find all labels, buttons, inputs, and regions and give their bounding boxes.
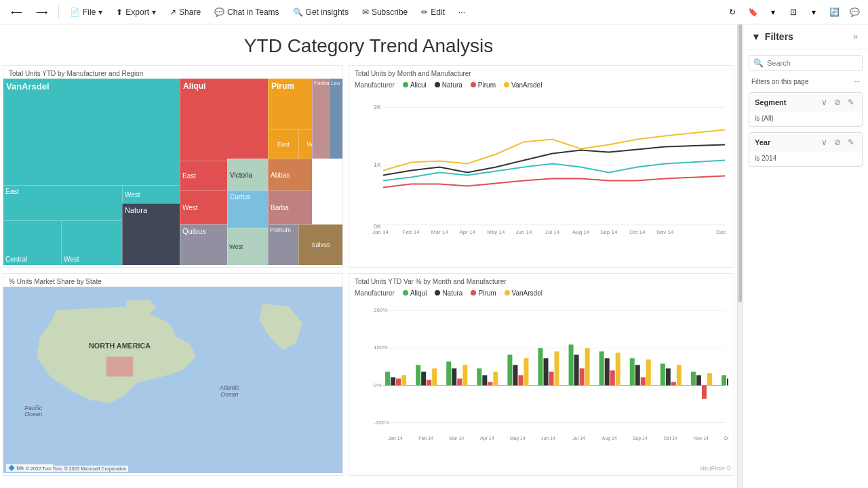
svg-text:Jul 14: Jul 14: [572, 436, 585, 441]
segment-filter-more[interactable]: ✎: [846, 97, 856, 108]
treemap-cell-vanarsdel-central[interactable]: Central: [3, 220, 61, 265]
export-button[interactable]: ⬆ Export ▾: [111, 5, 161, 20]
reload-icon[interactable]: 🔄: [826, 4, 842, 20]
bookmark-dropdown-icon[interactable]: ▾: [765, 4, 781, 20]
treemap-cell-pirum-east[interactable]: East: [268, 129, 298, 159]
treemap-cell-natura[interactable]: Natura: [122, 203, 180, 265]
back-icon: ⟵: [11, 7, 22, 17]
treemap-cell-vanarsdel-east[interactable]: East: [3, 185, 122, 220]
treemap-cell-quibus[interactable]: Quibus: [180, 224, 227, 266]
svg-text:Jun 14: Jun 14: [515, 229, 532, 235]
line-chart-container: Manufacturer Alicui Natura Pirum VanArsd…: [349, 79, 734, 265]
svg-text:0%: 0%: [374, 382, 382, 388]
treemap-cell-fariba[interactable]: Fariba: [312, 79, 329, 159]
treemap-cell-leo[interactable]: Leo: [329, 79, 342, 159]
scroll-divider[interactable]: [737, 24, 743, 488]
filters-on-page-more[interactable]: ···: [854, 78, 860, 85]
year-filter-expand[interactable]: ∨: [819, 137, 829, 148]
treemap-cell-victoria[interactable]: Victoria: [227, 159, 268, 190]
svg-rect-70: [671, 382, 676, 386]
treemap-cell-vanarsdel-west2[interactable]: West: [61, 220, 122, 265]
line-chart-panel: Total Units by Month and Manufacturer Ma…: [349, 65, 734, 268]
file-button[interactable]: 📄 File ▾: [64, 5, 108, 20]
svg-rect-54: [549, 371, 554, 385]
svg-rect-43: [462, 365, 467, 385]
treemap-cell-salvus[interactable]: Salvus: [298, 224, 342, 266]
svg-rect-73: [696, 375, 701, 385]
bar-chart-svg: 200% 100% 0% -100%: [355, 300, 728, 458]
svg-rect-44: [477, 368, 481, 385]
charts-grid: Total Units YTD by Manufacturer and Regi…: [0, 62, 737, 479]
treemap-cell-vanarsdel-west[interactable]: West: [122, 185, 180, 204]
year-filter-more[interactable]: ✎: [846, 137, 856, 148]
svg-rect-68: [660, 363, 665, 385]
scroll-thumb[interactable]: [738, 24, 742, 302]
treemap-cell-aliqui-west[interactable]: West: [180, 190, 227, 224]
legend-pirum: Pirum: [471, 81, 496, 89]
bar-legend-aliqui: Aliqui: [403, 289, 427, 297]
svg-rect-75: [707, 373, 712, 385]
segment-filter-clear[interactable]: ⊘: [832, 97, 843, 108]
svg-rect-41: [452, 368, 456, 385]
svg-rect-72: [691, 371, 696, 385]
svg-text:Feb 14: Feb 14: [403, 229, 420, 235]
filters-collapse-button[interactable]: »: [851, 31, 860, 42]
svg-text:Ocean: Ocean: [24, 411, 42, 418]
legend-alicui: Alicui: [403, 81, 427, 89]
bookmark-icon[interactable]: 🔖: [745, 4, 761, 20]
svg-rect-18: [106, 357, 133, 376]
treemap-cell-abbas[interactable]: Abbas: [268, 159, 312, 190]
comment-icon[interactable]: 💬: [846, 4, 863, 20]
treemap-cell-quibus-west[interactable]: West: [227, 228, 268, 265]
svg-rect-39: [432, 368, 437, 385]
svg-rect-57: [574, 354, 579, 385]
svg-text:Sep 14: Sep 14: [600, 229, 618, 235]
content-area: YTD Category Trend Analysis Total Units …: [0, 24, 737, 488]
svg-text:Nov 14: Nov 14: [694, 436, 709, 441]
subscribe-icon: ✉: [362, 7, 369, 17]
map-panel: % Units Market Share by State: [3, 273, 343, 476]
svg-rect-59: [585, 348, 590, 385]
edit-button[interactable]: ✏ Edit: [416, 5, 450, 20]
back-button[interactable]: ⟵: [5, 5, 28, 20]
svg-rect-58: [580, 368, 585, 385]
filters-title: ▼ Filters: [751, 31, 793, 42]
filters-search: 🔍: [749, 55, 863, 71]
treemap-cell-vanarsdel[interactable]: VanArsdel: [3, 79, 180, 185]
treemap-container[interactable]: VanArsdel East West Central West Natura …: [3, 79, 342, 265]
map-container[interactable]: Pacific Ocean Atlantic Ocean NORTH AMERI…: [3, 287, 342, 473]
treemap-cell-barba[interactable]: Barba: [268, 190, 312, 224]
page-title: YTD Category Trend Analysis: [0, 24, 737, 62]
svg-rect-51: [524, 358, 528, 385]
svg-rect-49: [513, 365, 517, 385]
window-dropdown-icon[interactable]: ▾: [806, 4, 822, 20]
svg-rect-46: [488, 382, 492, 386]
bar-legend-manufacturer: Manufacturer: [355, 289, 395, 297]
teams-icon: 💬: [214, 7, 224, 17]
window-icon[interactable]: ⊡: [785, 4, 802, 20]
svg-text:Mar 14: Mar 14: [431, 229, 448, 235]
svg-rect-71: [677, 365, 682, 385]
chat-teams-button[interactable]: 💬 Chat in Teams: [209, 5, 284, 20]
legend-natura: Natura: [435, 81, 462, 89]
svg-text:1K: 1K: [374, 162, 381, 169]
bar-legend-pirum: Pirum: [471, 289, 496, 297]
svg-text:Sep 14: Sep 14: [633, 436, 648, 441]
svg-rect-66: [641, 377, 646, 385]
subscribe-button[interactable]: ✉ Subscribe: [357, 5, 413, 20]
refresh-icon[interactable]: ↻: [724, 4, 741, 20]
treemap-cell-currus[interactable]: Currus: [227, 190, 268, 228]
more-button[interactable]: ···: [453, 5, 471, 20]
search-input[interactable]: [749, 55, 863, 71]
get-insights-button[interactable]: 🔍 Get insights: [288, 5, 354, 20]
bing-icon: 🔷: [8, 465, 15, 471]
forward-button[interactable]: ⟶: [31, 5, 53, 20]
segment-filter-expand[interactable]: ∨: [819, 97, 829, 108]
filters-panel: ▼ Filters » 🔍 Filters on this page ··· S…: [743, 24, 868, 488]
treemap-cell-pomum[interactable]: Pomum: [268, 224, 298, 266]
year-filter-clear[interactable]: ⊘: [832, 137, 843, 148]
year-filter-header: Year ∨ ⊘ ✎: [749, 133, 862, 152]
svg-rect-37: [421, 371, 426, 385]
treemap-cell-aliqui[interactable]: Aliqui: [180, 79, 268, 161]
share-button[interactable]: ↗ Share: [164, 5, 206, 20]
